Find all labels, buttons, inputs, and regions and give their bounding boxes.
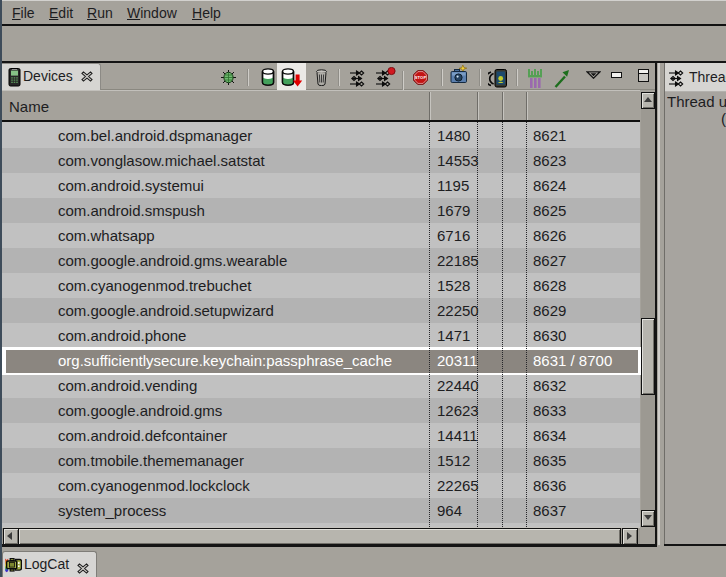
svg-text:STOP: STOP [415,75,427,80]
